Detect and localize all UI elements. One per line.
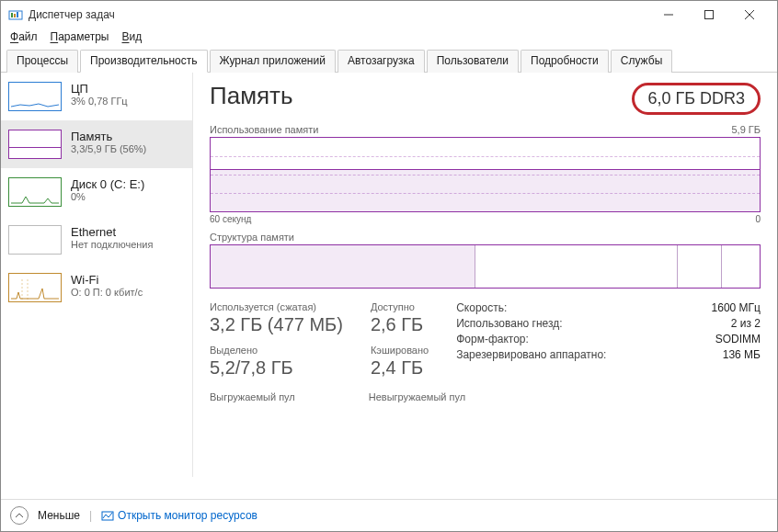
main-panel: Память 6,0 ГБ DDR3 Использование памяти5… bbox=[193, 73, 777, 477]
tab-details[interactable]: Подробности bbox=[521, 50, 609, 73]
svg-rect-1 bbox=[11, 13, 13, 17]
committed-label: Выделено bbox=[210, 345, 343, 356]
menu-file[interactable]: Файл bbox=[10, 30, 38, 43]
avail-value: 2,6 ГБ bbox=[371, 314, 429, 335]
sidebar-item-cpu[interactable]: ЦП3% 0,78 ГГц bbox=[1, 73, 192, 120]
cached-label: Кэшировано bbox=[371, 345, 429, 356]
inuse-label: Используется (сжатая) bbox=[210, 301, 343, 312]
tab-performance[interactable]: Производительность bbox=[80, 50, 207, 73]
window-title: Диспетчер задач bbox=[29, 8, 648, 21]
sidebar-item-memory[interactable]: Память3,3/5,9 ГБ (56%) bbox=[1, 120, 192, 168]
paged-pool-label: Выгружаемый пул bbox=[210, 391, 295, 402]
sidebar-item-sub: Нет подключения bbox=[71, 239, 153, 250]
resmon-label: Открыть монитор ресурсов bbox=[118, 509, 257, 522]
memory-capacity: 6,0 ГБ DDR3 bbox=[632, 83, 761, 115]
tab-services[interactable]: Службы bbox=[611, 50, 672, 73]
cpu-thumb bbox=[8, 82, 62, 111]
titlebar: Диспетчер задач bbox=[1, 1, 777, 28]
tab-processes[interactable]: Процессы bbox=[6, 50, 78, 73]
svg-rect-2 bbox=[14, 14, 16, 17]
sidebar-item-label: Память bbox=[71, 130, 146, 143]
nonpaged-pool-label: Невыгружаемый пул bbox=[369, 391, 465, 402]
open-resmon-link[interactable]: Открыть монитор ресурсов bbox=[101, 509, 257, 522]
spec-val: 2 из 2 bbox=[731, 317, 761, 330]
x-left: 60 секунд bbox=[210, 214, 251, 224]
menu-view[interactable]: Вид bbox=[121, 30, 142, 43]
spec-val: SODIMM bbox=[715, 333, 761, 345]
sidebar-item-sub: 3,3/5,9 ГБ (56%) bbox=[71, 143, 146, 154]
sidebar-item-disk[interactable]: Диск 0 (C: E:)0% bbox=[1, 168, 192, 216]
spec-key: Форм-фактор: bbox=[456, 333, 529, 345]
graph-max: 5,9 ГБ bbox=[731, 124, 761, 135]
svg-rect-3 bbox=[17, 12, 18, 17]
maximize-button[interactable] bbox=[689, 2, 729, 28]
app-icon bbox=[8, 7, 23, 22]
tab-startup[interactable]: Автозагрузка bbox=[338, 50, 425, 73]
spec-val: 1600 МГц bbox=[712, 301, 761, 314]
memory-composition bbox=[210, 244, 761, 289]
minimize-button[interactable] bbox=[648, 2, 689, 28]
chevron-up-icon[interactable] bbox=[10, 506, 29, 525]
inuse-value: 3,2 ГБ (477 МБ) bbox=[210, 314, 343, 335]
disk-thumb bbox=[8, 177, 62, 207]
spec-val: 136 МБ bbox=[723, 348, 761, 361]
x-right: 0 bbox=[755, 214, 761, 224]
memory-specs: Скорость:1600 МГц Использовано гнезд:2 и… bbox=[456, 301, 761, 386]
graph-label: Использование памяти bbox=[210, 124, 318, 135]
tabs: Процессы Производительность Журнал прило… bbox=[1, 45, 777, 73]
close-button[interactable] bbox=[729, 2, 770, 28]
sidebar: ЦП3% 0,78 ГГц Память3,3/5,9 ГБ (56%) Дис… bbox=[1, 73, 193, 477]
sidebar-item-ethernet[interactable]: EthernetНет подключения bbox=[1, 216, 192, 264]
sidebar-item-label: Ethernet bbox=[71, 225, 153, 239]
avail-label: Доступно bbox=[371, 301, 429, 312]
fewer-details-button[interactable]: Меньше bbox=[38, 509, 80, 522]
composition-label: Структура памяти bbox=[210, 232, 294, 243]
cached-value: 2,4 ГБ bbox=[371, 357, 429, 379]
spec-key: Зарезервировано аппаратно: bbox=[456, 348, 606, 361]
sidebar-item-wifi[interactable]: Wi-FiО: 0 П: 0 кбит/с bbox=[1, 264, 192, 311]
menubar: Файл Параметры Вид bbox=[1, 28, 777, 45]
memory-usage-graph bbox=[210, 137, 761, 212]
ethernet-thumb bbox=[8, 225, 62, 255]
spec-key: Использовано гнезд: bbox=[456, 317, 562, 330]
resmon-icon bbox=[101, 509, 114, 522]
spec-key: Скорость: bbox=[456, 301, 507, 314]
committed-value: 5,2/7,8 ГБ bbox=[210, 357, 343, 379]
memory-thumb bbox=[8, 130, 62, 159]
tab-users[interactable]: Пользователи bbox=[427, 50, 519, 73]
tab-app-history[interactable]: Журнал приложений bbox=[210, 50, 336, 73]
menu-options[interactable]: Параметры bbox=[51, 30, 109, 43]
footer: Меньше | Открыть монитор ресурсов bbox=[1, 499, 777, 531]
wifi-thumb bbox=[8, 273, 62, 302]
svg-rect-5 bbox=[705, 11, 714, 19]
page-title: Память bbox=[210, 82, 293, 110]
